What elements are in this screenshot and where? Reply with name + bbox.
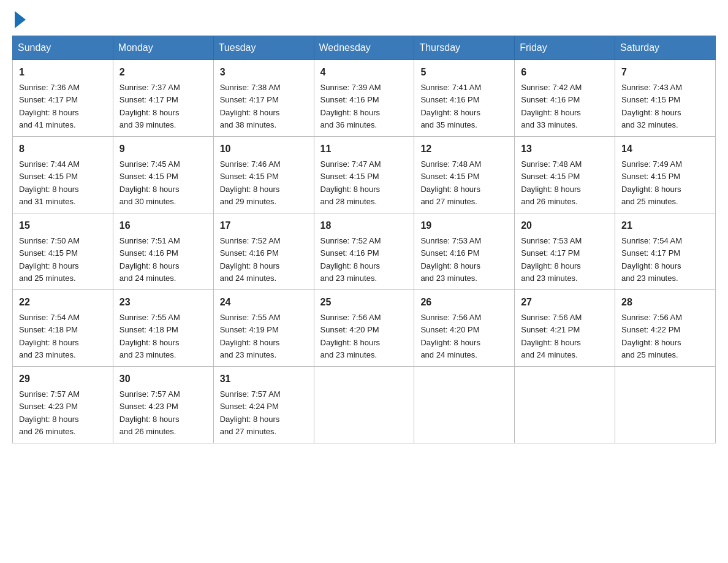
day-info: Sunrise: 7:55 AMSunset: 4:18 PMDaylight:… [119,313,180,359]
calendar-week-row: 1Sunrise: 7:36 AMSunset: 4:17 PMDaylight… [13,60,716,137]
day-info: Sunrise: 7:57 AMSunset: 4:23 PMDaylight:… [119,389,180,436]
day-number: 3 [220,65,308,80]
calendar-cell: 26Sunrise: 7:56 AMSunset: 4:20 PMDayligh… [414,290,515,367]
day-number: 1 [19,65,107,80]
calendar-cell: 16Sunrise: 7:51 AMSunset: 4:16 PMDayligh… [113,213,213,290]
calendar-cell: 18Sunrise: 7:52 AMSunset: 4:16 PMDayligh… [314,213,414,290]
day-number: 29 [19,372,107,386]
calendar-cell: 22Sunrise: 7:54 AMSunset: 4:18 PMDayligh… [13,290,113,367]
day-info: Sunrise: 7:53 AMSunset: 4:17 PMDaylight:… [521,236,582,283]
calendar-week-row: 8Sunrise: 7:44 AMSunset: 4:15 PMDaylight… [13,137,716,213]
day-header-monday: Monday [113,36,213,60]
calendar-header-row: SundayMondayTuesdayWednesdayThursdayFrid… [13,36,716,60]
day-number: 24 [220,295,308,310]
day-info: Sunrise: 7:56 AMSunset: 4:20 PMDaylight:… [420,313,481,359]
calendar-cell [314,367,414,443]
day-number: 14 [621,142,709,156]
day-info: Sunrise: 7:54 AMSunset: 4:17 PMDaylight:… [621,236,682,283]
calendar-cell: 7Sunrise: 7:43 AMSunset: 4:15 PMDaylight… [615,60,716,137]
calendar-cell: 29Sunrise: 7:57 AMSunset: 4:23 PMDayligh… [13,367,113,443]
day-info: Sunrise: 7:54 AMSunset: 4:18 PMDaylight:… [19,313,80,359]
day-number: 2 [119,65,207,80]
calendar-cell [414,367,515,443]
calendar-cell: 14Sunrise: 7:49 AMSunset: 4:15 PMDayligh… [615,137,716,213]
day-info: Sunrise: 7:48 AMSunset: 4:15 PMDaylight:… [521,159,582,206]
calendar-cell [615,367,716,443]
calendar-cell: 12Sunrise: 7:48 AMSunset: 4:15 PMDayligh… [414,137,515,213]
day-info: Sunrise: 7:48 AMSunset: 4:15 PMDaylight:… [420,159,481,206]
day-number: 11 [320,142,408,156]
calendar-cell: 1Sunrise: 7:36 AMSunset: 4:17 PMDaylight… [13,60,113,137]
calendar-cell: 6Sunrise: 7:42 AMSunset: 4:16 PMDaylight… [515,60,615,137]
calendar-cell: 2Sunrise: 7:37 AMSunset: 4:17 PMDaylight… [113,60,213,137]
day-info: Sunrise: 7:45 AMSunset: 4:15 PMDaylight:… [119,159,180,206]
day-info: Sunrise: 7:47 AMSunset: 4:15 PMDaylight:… [320,159,381,206]
calendar-cell: 24Sunrise: 7:55 AMSunset: 4:19 PMDayligh… [213,290,314,367]
day-number: 6 [521,65,609,80]
day-number: 26 [420,295,508,310]
calendar-cell: 17Sunrise: 7:52 AMSunset: 4:16 PMDayligh… [213,213,314,290]
day-info: Sunrise: 7:51 AMSunset: 4:16 PMDaylight:… [119,236,180,283]
day-info: Sunrise: 7:41 AMSunset: 4:16 PMDaylight:… [420,83,481,129]
day-header-saturday: Saturday [615,36,716,60]
day-number: 18 [320,218,408,233]
calendar-cell: 13Sunrise: 7:48 AMSunset: 4:15 PMDayligh… [515,137,615,213]
day-number: 27 [521,295,609,310]
day-info: Sunrise: 7:57 AMSunset: 4:23 PMDaylight:… [19,389,80,436]
calendar-cell: 8Sunrise: 7:44 AMSunset: 4:15 PMDaylight… [13,137,113,213]
calendar-cell: 11Sunrise: 7:47 AMSunset: 4:15 PMDayligh… [314,137,414,213]
calendar-cell: 31Sunrise: 7:57 AMSunset: 4:24 PMDayligh… [213,367,314,443]
day-number: 23 [119,295,207,310]
logo-arrow-icon [15,11,26,28]
calendar-cell: 9Sunrise: 7:45 AMSunset: 4:15 PMDaylight… [113,137,213,213]
day-number: 12 [420,142,508,156]
day-number: 28 [621,295,709,310]
day-number: 19 [420,218,508,233]
calendar-cell: 4Sunrise: 7:39 AMSunset: 4:16 PMDaylight… [314,60,414,137]
day-info: Sunrise: 7:50 AMSunset: 4:15 PMDaylight:… [19,236,80,283]
day-info: Sunrise: 7:49 AMSunset: 4:15 PMDaylight:… [621,159,682,206]
day-info: Sunrise: 7:56 AMSunset: 4:22 PMDaylight:… [621,313,682,359]
calendar-cell: 28Sunrise: 7:56 AMSunset: 4:22 PMDayligh… [615,290,716,367]
day-info: Sunrise: 7:39 AMSunset: 4:16 PMDaylight:… [320,83,381,129]
calendar-cell: 10Sunrise: 7:46 AMSunset: 4:15 PMDayligh… [213,137,314,213]
day-number: 30 [119,372,207,386]
calendar-week-row: 15Sunrise: 7:50 AMSunset: 4:15 PMDayligh… [13,213,716,290]
calendar-week-row: 29Sunrise: 7:57 AMSunset: 4:23 PMDayligh… [13,367,716,443]
calendar-cell: 3Sunrise: 7:38 AMSunset: 4:17 PMDaylight… [213,60,314,137]
calendar-cell: 23Sunrise: 7:55 AMSunset: 4:18 PMDayligh… [113,290,213,367]
day-number: 17 [220,218,308,233]
calendar-cell [515,367,615,443]
day-number: 10 [220,142,308,156]
calendar-cell: 20Sunrise: 7:53 AMSunset: 4:17 PMDayligh… [515,213,615,290]
day-number: 15 [19,218,107,233]
day-number: 20 [521,218,609,233]
day-info: Sunrise: 7:53 AMSunset: 4:16 PMDaylight:… [420,236,481,283]
day-info: Sunrise: 7:37 AMSunset: 4:17 PMDaylight:… [119,83,180,129]
day-info: Sunrise: 7:55 AMSunset: 4:19 PMDaylight:… [220,313,281,359]
day-number: 9 [119,142,207,156]
day-header-tuesday: Tuesday [213,36,314,60]
day-number: 25 [320,295,408,310]
day-info: Sunrise: 7:44 AMSunset: 4:15 PMDaylight:… [19,159,80,206]
day-number: 31 [220,372,308,386]
day-number: 4 [320,65,408,80]
day-info: Sunrise: 7:56 AMSunset: 4:21 PMDaylight:… [521,313,582,359]
day-info: Sunrise: 7:57 AMSunset: 4:24 PMDaylight:… [220,389,281,436]
day-info: Sunrise: 7:36 AMSunset: 4:17 PMDaylight:… [19,83,80,129]
day-number: 8 [19,142,107,156]
calendar-cell: 27Sunrise: 7:56 AMSunset: 4:21 PMDayligh… [515,290,615,367]
day-number: 16 [119,218,207,233]
day-info: Sunrise: 7:46 AMSunset: 4:15 PMDaylight:… [220,159,281,206]
calendar-cell: 25Sunrise: 7:56 AMSunset: 4:20 PMDayligh… [314,290,414,367]
calendar-cell: 30Sunrise: 7:57 AMSunset: 4:23 PMDayligh… [113,367,213,443]
calendar-cell: 15Sunrise: 7:50 AMSunset: 4:15 PMDayligh… [13,213,113,290]
day-header-sunday: Sunday [13,36,113,60]
day-header-wednesday: Wednesday [314,36,414,60]
logo [12,12,26,26]
day-header-friday: Friday [515,36,615,60]
day-info: Sunrise: 7:52 AMSunset: 4:16 PMDaylight:… [320,236,381,283]
day-header-thursday: Thursday [414,36,515,60]
day-info: Sunrise: 7:43 AMSunset: 4:15 PMDaylight:… [621,83,682,129]
day-info: Sunrise: 7:52 AMSunset: 4:16 PMDaylight:… [220,236,281,283]
